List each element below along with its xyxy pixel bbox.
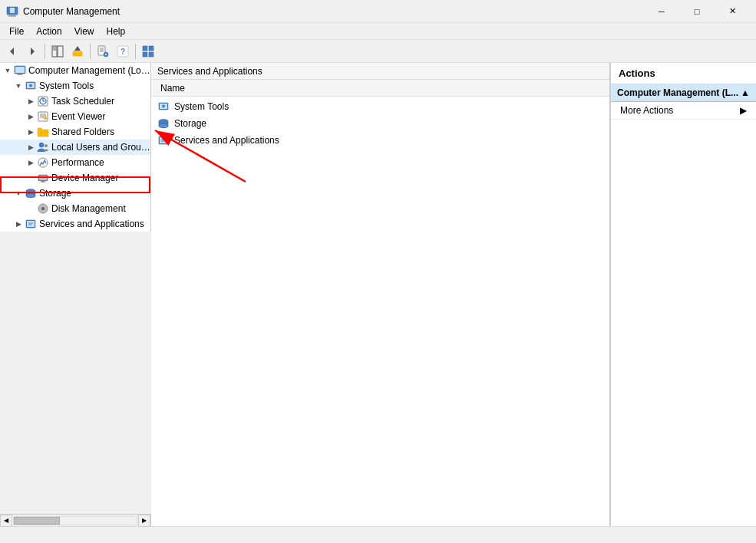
- content-item-system-tools[interactable]: System Tools: [151, 98, 609, 115]
- window-title: Computer Management: [23, 6, 644, 17]
- scrollbar-track[interactable]: [13, 516, 137, 525]
- system-tools-expand-icon[interactable]: ▼: [12, 80, 25, 92]
- window-controls: ─ □ ✕: [644, 0, 750, 23]
- svg-rect-2: [10, 8, 15, 13]
- scrollbar-left-arrow[interactable]: ◀: [0, 515, 12, 527]
- scrollbar-thumb[interactable]: [14, 517, 60, 525]
- tree-item-services[interactable]: ▶ Services and Applications: [0, 216, 150, 232]
- content-system-tools-label: System Tools: [174, 101, 229, 112]
- shared-folders-expand-icon[interactable]: ▶: [25, 126, 37, 138]
- services-expand-icon[interactable]: ▶: [12, 218, 25, 230]
- forward-button[interactable]: [23, 42, 41, 61]
- menu-view[interactable]: View: [68, 25, 101, 38]
- tree-item-event-viewer[interactable]: ▶ ! Event Viewer: [0, 109, 150, 124]
- svg-point-58: [162, 105, 165, 108]
- tree-root[interactable]: ▼ Computer Management (Local: [0, 63, 150, 78]
- tree-item-storage[interactable]: ▼ Storage: [0, 186, 150, 201]
- svg-rect-20: [149, 46, 154, 51]
- tree-scrollbar[interactable]: ◀ ▶: [0, 514, 151, 526]
- more-actions-label: More Actions: [620, 105, 673, 116]
- storage-label: Storage: [39, 188, 71, 199]
- toolbar-sep-2: [90, 44, 91, 59]
- title-bar: Computer Management ─ □ ✕: [0, 0, 756, 23]
- properties-button[interactable]: [94, 42, 112, 61]
- task-scheduler-label: Task Scheduler: [51, 96, 114, 107]
- performance-label: Performance: [51, 157, 104, 168]
- svg-rect-22: [149, 52, 154, 57]
- system-tools-icon: [25, 80, 37, 92]
- maximize-button[interactable]: □: [679, 0, 715, 23]
- content-system-tools-icon: [157, 100, 170, 113]
- svg-point-40: [39, 143, 44, 147]
- svg-rect-46: [41, 182, 45, 183]
- svg-marker-3: [10, 48, 14, 55]
- content-item-storage[interactable]: Storage: [151, 115, 609, 132]
- status-bar: [0, 526, 756, 543]
- svg-rect-1: [8, 15, 16, 17]
- event-viewer-label: Event Viewer: [51, 111, 105, 122]
- root-expand-icon[interactable]: ▼: [2, 64, 14, 77]
- svg-rect-19: [143, 46, 147, 51]
- content-storage-icon: [157, 117, 170, 130]
- local-users-label: Local Users and Groups: [51, 142, 150, 153]
- svg-marker-9: [74, 46, 81, 51]
- event-viewer-expand-icon[interactable]: ▶: [25, 110, 37, 123]
- svg-rect-21: [143, 52, 147, 57]
- actions-section-computer-management[interactable]: Computer Management (L... ▲: [611, 84, 756, 102]
- content-item-services[interactable]: Services and Applications: [151, 132, 609, 149]
- up-one-level-button[interactable]: [68, 42, 87, 61]
- actions-section-expand-icon: ▲: [741, 87, 750, 98]
- svg-rect-26: [17, 74, 23, 74]
- view-list-button[interactable]: [139, 42, 157, 61]
- toolbar-sep-3: [135, 44, 136, 59]
- storage-expand-icon[interactable]: ▼: [12, 187, 25, 199]
- menu-file[interactable]: File: [3, 25, 30, 38]
- svg-rect-24: [15, 67, 25, 73]
- event-viewer-icon: !: [37, 110, 49, 123]
- center-panel: Services and Applications Name System: [151, 63, 610, 526]
- content-services-label: Services and Applications: [174, 135, 279, 146]
- app-icon: [6, 5, 18, 18]
- tree-item-disk-management[interactable]: Disk Management: [0, 201, 150, 216]
- tree-root-label: Computer Management (Local: [28, 65, 150, 76]
- show-hide-console-button[interactable]: [48, 42, 67, 61]
- computer-management-icon: [14, 64, 26, 77]
- disk-management-label: Disk Management: [51, 203, 126, 214]
- toolbar-sep-1: [45, 44, 45, 59]
- tree-item-task-scheduler[interactable]: ▶ Task Scheduler: [0, 94, 150, 109]
- tree-panel: ▼ Computer Management (Local ▼: [0, 63, 151, 232]
- tree-item-performance[interactable]: ▶ Performance: [0, 155, 150, 170]
- tree-item-shared-folders[interactable]: ▶ Shared Folders: [0, 124, 150, 140]
- actions-panel-title: Actions: [611, 63, 756, 84]
- local-users-expand-icon[interactable]: ▶: [25, 141, 37, 153]
- svg-point-29: [29, 84, 32, 87]
- tree-panel-wrapper: ▼ Computer Management (Local ▼: [0, 63, 151, 526]
- svg-marker-4: [31, 48, 35, 55]
- breadcrumb-path: Services and Applications: [157, 66, 262, 77]
- svg-point-51: [42, 208, 44, 209]
- device-manager-label: Device Manager: [51, 173, 118, 183]
- minimize-button[interactable]: ─: [644, 0, 679, 23]
- toolbar: ?: [0, 40, 756, 63]
- services-icon: [25, 218, 37, 230]
- name-column-header: Name: [157, 81, 188, 95]
- local-users-icon: [37, 141, 49, 153]
- task-scheduler-expand-icon[interactable]: ▶: [25, 95, 37, 107]
- help-button[interactable]: ?: [114, 42, 132, 61]
- system-tools-label: System Tools: [39, 81, 94, 91]
- services-label: Services and Applications: [39, 219, 144, 229]
- actions-item-more-actions[interactable]: More Actions ▶: [611, 102, 756, 120]
- shared-folders-icon: [37, 126, 49, 138]
- menu-help[interactable]: Help: [101, 25, 132, 38]
- tree-item-local-users[interactable]: ▶ Local Users and Groups: [0, 140, 150, 155]
- close-button[interactable]: ✕: [715, 0, 750, 23]
- svg-point-41: [45, 144, 48, 147]
- tree-item-device-manager[interactable]: Device Manager: [0, 170, 150, 186]
- menu-action[interactable]: Action: [30, 25, 68, 38]
- tree-item-system-tools[interactable]: ▼ System Tools: [0, 78, 150, 94]
- center-content: System Tools Storage: [151, 97, 609, 526]
- back-button[interactable]: [3, 42, 21, 61]
- performance-expand-icon[interactable]: ▶: [25, 156, 37, 169]
- scrollbar-right-arrow[interactable]: ▶: [138, 515, 150, 527]
- svg-text:?: ?: [120, 48, 125, 56]
